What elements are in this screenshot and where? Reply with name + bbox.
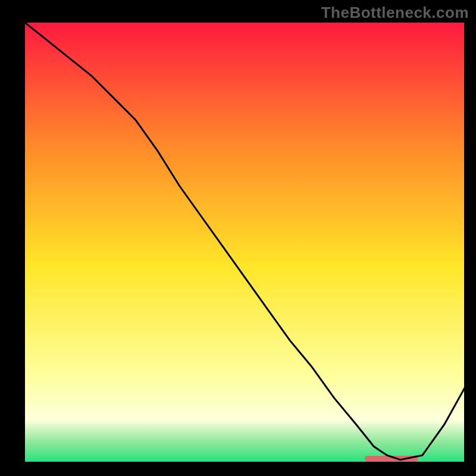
chart-svg xyxy=(25,23,464,464)
gradient-background xyxy=(25,23,464,464)
chart-frame: TheBottleneck.com xyxy=(0,0,476,476)
watermark-text: TheBottleneck.com xyxy=(321,4,469,22)
plot-area xyxy=(23,23,464,464)
